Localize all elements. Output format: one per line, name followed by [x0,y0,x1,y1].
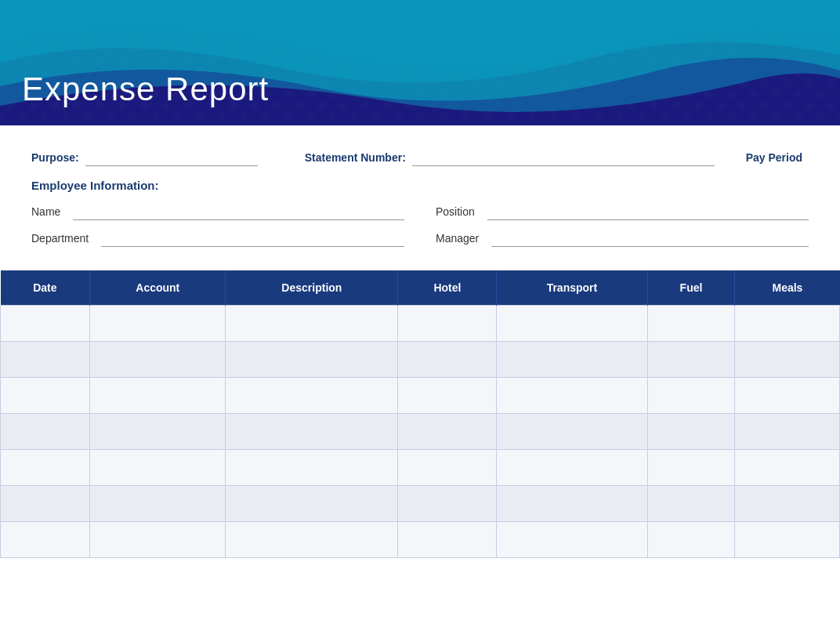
purpose-input[interactable] [85,149,258,166]
cell-1-6[interactable] [735,342,840,378]
cell-3-2[interactable] [226,414,398,450]
cell-4-1[interactable] [90,450,226,486]
cell-6-4[interactable] [497,522,647,558]
header-banner: Expense Report [0,0,840,125]
statement-group: Statement Number: [305,149,715,166]
col-date: Date [1,270,90,306]
expense-table: Date Account Description Hotel Transport… [0,270,840,558]
name-field-group: Name [31,203,404,220]
col-hotel: Hotel [398,270,497,306]
cell-0-4[interactable] [497,306,647,342]
cell-2-3[interactable] [398,378,497,414]
cell-0-3[interactable] [398,306,497,342]
cell-0-5[interactable] [647,306,735,342]
cell-2-0[interactable] [1,378,90,414]
expense-table-section: Date Account Description Hotel Transport… [0,270,840,558]
statement-label: Statement Number: [305,151,406,164]
cell-3-3[interactable] [398,414,497,450]
manager-label: Manager [436,232,479,245]
table-row [1,342,840,378]
col-description: Description [226,270,398,306]
cell-2-4[interactable] [497,378,647,414]
cell-2-6[interactable] [735,378,840,414]
table-row [1,522,840,558]
cell-0-1[interactable] [90,306,226,342]
cell-6-2[interactable] [226,522,398,558]
table-row [1,378,840,414]
cell-0-0[interactable] [1,306,90,342]
cell-5-2[interactable] [226,486,398,522]
cell-3-1[interactable] [90,414,226,450]
position-input[interactable] [487,203,809,220]
manager-input[interactable] [491,230,809,247]
top-form-row: Purpose: Statement Number: Pay Period [31,149,809,166]
cell-2-1[interactable] [90,378,226,414]
cell-5-5[interactable] [647,486,735,522]
department-field-group: Department [31,230,404,247]
cell-1-2[interactable] [226,342,398,378]
cell-5-0[interactable] [1,486,90,522]
cell-3-4[interactable] [497,414,647,450]
cell-4-4[interactable] [497,450,647,486]
cell-0-2[interactable] [226,306,398,342]
cell-5-3[interactable] [398,486,497,522]
table-row [1,306,840,342]
cell-4-2[interactable] [226,450,398,486]
cell-6-0[interactable] [1,522,90,558]
col-transport: Transport [497,270,647,306]
department-input[interactable] [101,230,404,247]
cell-1-4[interactable] [497,342,647,378]
cell-5-4[interactable] [497,486,647,522]
table-header-row: Date Account Description Hotel Transport… [1,270,840,306]
position-label: Position [436,205,475,218]
purpose-label: Purpose: [31,151,79,164]
position-field-group: Position [436,203,809,220]
cell-4-3[interactable] [398,450,497,486]
pay-period-label: Pay Period [746,151,802,164]
employee-info-label: Employee Information: [31,179,809,192]
cell-3-6[interactable] [735,414,840,450]
employee-fields-row: Name Position Department Manager [31,203,809,247]
col-fuel: Fuel [647,270,735,306]
department-label: Department [31,232,89,245]
col-meals: Meals [735,270,840,306]
table-row [1,486,840,522]
cell-3-5[interactable] [647,414,735,450]
name-label: Name [31,205,60,218]
cell-5-6[interactable] [735,486,840,522]
cell-1-0[interactable] [1,342,90,378]
cell-0-6[interactable] [735,306,840,342]
report-title: Expense Report [22,71,269,108]
cell-4-6[interactable] [735,450,840,486]
pay-period-group: Pay Period [746,151,809,164]
cell-1-1[interactable] [90,342,226,378]
manager-field-group: Manager [436,230,809,247]
table-row [1,450,840,486]
cell-4-0[interactable] [1,450,90,486]
statement-input[interactable] [412,149,715,166]
col-account: Account [90,270,226,306]
cell-5-1[interactable] [90,486,226,522]
cell-4-5[interactable] [647,450,735,486]
form-section: Purpose: Statement Number: Pay Period Em… [0,125,840,263]
purpose-group: Purpose: [31,149,258,166]
name-input[interactable] [73,203,404,220]
cell-6-3[interactable] [398,522,497,558]
cell-6-6[interactable] [735,522,840,558]
expense-report-page: Expense Report Purpose: Statement Number… [0,0,840,620]
cell-6-5[interactable] [647,522,735,558]
cell-2-2[interactable] [226,378,398,414]
cell-3-0[interactable] [1,414,90,450]
cell-1-5[interactable] [647,342,735,378]
cell-1-3[interactable] [398,342,497,378]
table-row [1,414,840,450]
cell-2-5[interactable] [647,378,735,414]
cell-6-1[interactable] [90,522,226,558]
